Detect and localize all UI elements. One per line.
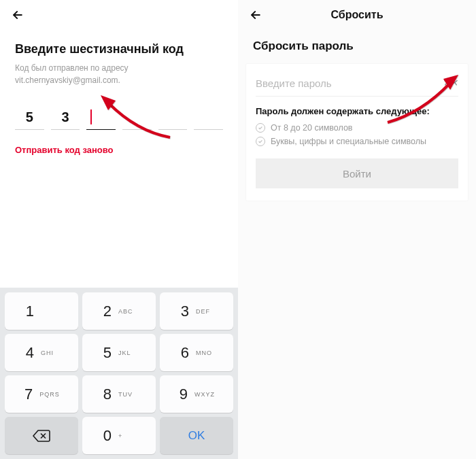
rule-text: Буквы, цифры и специальные символы: [271, 137, 426, 146]
topbar-right: Сбросить: [238, 0, 476, 30]
code-digit-1[interactable]: 5: [15, 105, 44, 130]
key-letters: +: [118, 432, 136, 439]
code-digit-4[interactable]: [122, 105, 152, 130]
key-letters: DEF: [196, 308, 214, 315]
resend-code-link[interactable]: Отправить код заново: [15, 145, 223, 155]
rule-text: От 8 до 20 символов: [271, 123, 352, 133]
keypad-ok[interactable]: OK: [160, 417, 233, 454]
caret: [90, 109, 92, 124]
key-letters: MNO: [196, 350, 214, 356]
password-rules-title: Пароль должен содержать следующее:: [256, 106, 458, 116]
key-letters: GHI: [41, 350, 58, 356]
topbar-left: [0, 0, 238, 30]
login-button[interactable]: Войти: [256, 158, 458, 188]
code-entry-pane: Введите шестизначный код Код был отправл…: [0, 0, 238, 459]
keypad-key-9[interactable]: 9WXYZ: [160, 375, 233, 413]
backspace-icon: [33, 430, 50, 442]
subtitle-suffix: .: [118, 75, 120, 85]
reset-password-pane: Сбросить Сбросить пароль Введите пароль …: [238, 0, 476, 459]
key-letters: WXYZ: [194, 391, 215, 398]
code-input-row[interactable]: 53: [15, 105, 223, 130]
key-digit: 4: [24, 344, 34, 362]
key-digit: 6: [180, 344, 189, 362]
key-digit: 5: [102, 344, 112, 362]
svg-line-7: [455, 83, 456, 85]
password-card: Введите пароль Пароль должен содержать с…: [246, 64, 468, 201]
key-digit: 1: [24, 303, 34, 320]
keypad-key-2[interactable]: 2ABC: [82, 292, 156, 330]
key-letters: TUV: [118, 391, 136, 398]
keypad-key-0[interactable]: 0 +: [82, 417, 156, 454]
password-rule: От 8 до 20 символов: [256, 123, 458, 133]
reset-heading: Сбросить пароль: [238, 30, 476, 60]
key-letters: PQRS: [39, 391, 60, 398]
key-digit: 9: [178, 386, 188, 403]
keypad-key-1[interactable]: 1: [5, 292, 78, 330]
key-digit: 3: [180, 303, 189, 320]
keypad-key-7[interactable]: 7PQRS: [5, 375, 78, 413]
keypad-key-3[interactable]: 3DEF: [160, 292, 233, 330]
password-input[interactable]: Введите пароль: [256, 73, 458, 97]
svg-line-5: [445, 83, 447, 85]
subtitle-email: vit.chernyavskiy@gmail.com: [15, 75, 118, 85]
code-title: Введите шестизначный код: [15, 42, 223, 56]
check-icon: [256, 123, 265, 133]
code-digit-6[interactable]: [194, 105, 223, 130]
keypad-key-5[interactable]: 5JKL: [82, 334, 156, 371]
key-digit: 7: [23, 386, 33, 403]
check-icon: [256, 137, 265, 146]
code-digit-3[interactable]: [86, 105, 116, 130]
toggle-visibility-icon[interactable]: [443, 79, 458, 88]
code-digit-2[interactable]: 3: [51, 105, 80, 130]
ok-label: OK: [188, 429, 205, 443]
back-arrow-icon: [11, 8, 24, 22]
key-digit: 8: [102, 386, 112, 403]
password-placeholder: Введите пароль: [256, 78, 443, 89]
topbar-title: Сбросить: [248, 9, 466, 21]
code-subtitle: Код был отправлен по адресу vit.chernyav…: [15, 62, 223, 86]
key-digit: 0: [102, 427, 112, 445]
key-letters: ABC: [118, 308, 136, 315]
key-letters: JKL: [118, 350, 136, 356]
subtitle-prefix: Код был отправлен по адресу: [15, 63, 129, 73]
code-digit-5[interactable]: [158, 105, 188, 130]
password-rule: Буквы, цифры и специальные символы: [256, 137, 458, 146]
keypad-key-8[interactable]: 8TUV: [82, 375, 156, 413]
keypad-backspace[interactable]: [5, 417, 78, 454]
key-digit: 2: [102, 303, 112, 320]
numeric-keypad: 12ABC3DEF4GHI5JKL6MNO7PQRS8TUV9WXYZ 0 + …: [0, 288, 238, 459]
keypad-key-6[interactable]: 6MNO: [160, 334, 233, 371]
back-button[interactable]: [10, 7, 26, 23]
keypad-key-4[interactable]: 4GHI: [5, 334, 78, 371]
